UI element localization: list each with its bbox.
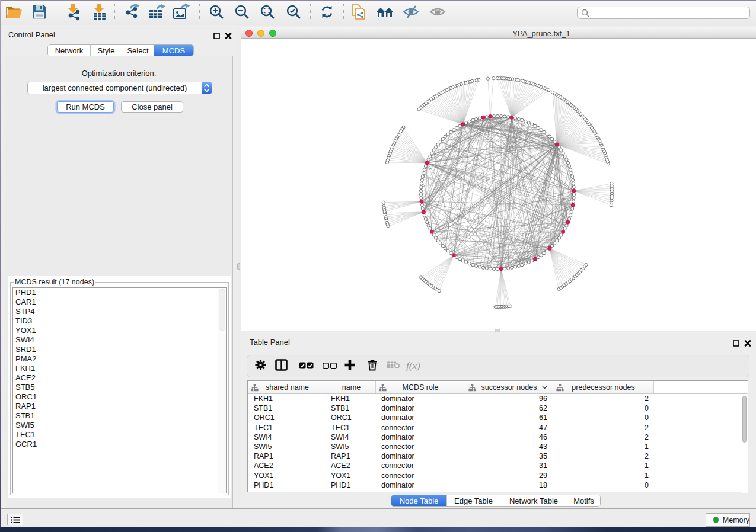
table-row[interactable]: ORC1ORC1dominator610 (248, 413, 748, 423)
mcds-result-item[interactable]: SWI4 (13, 335, 226, 345)
zoom-selected-icon[interactable] (286, 4, 301, 22)
export-network-icon[interactable] (124, 3, 141, 23)
mcds-result-item[interactable]: SWI5 (13, 421, 226, 430)
split-columns-icon[interactable] (275, 359, 288, 373)
mcds-scrollbar-thumb[interactable] (219, 289, 225, 331)
table-panel-tabs: Node TableEdge TableNetwork TableMotifs (391, 495, 601, 507)
zoom-fit-icon[interactable] (260, 4, 275, 22)
mcds-result-item[interactable]: TID3 (13, 316, 226, 326)
tab-select[interactable]: Select (122, 45, 154, 56)
table-row[interactable]: STB1STB1dominator620 (248, 403, 748, 414)
delete-table-icon[interactable] (387, 361, 400, 371)
cell-shared-name: ORC1 (248, 413, 327, 423)
cell-shared-name: SWI5 (248, 442, 327, 452)
delete-column-icon[interactable] (367, 359, 378, 373)
table-row[interactable]: SWI5SWI5connector431 (248, 442, 748, 452)
cell-successor-nodes: 29 (465, 471, 553, 481)
column-label: successor nodes (481, 383, 537, 392)
network-overview-icon[interactable] (376, 5, 394, 21)
horizontal-splitter-handle[interactable] (495, 329, 500, 332)
cell-MCDS-role: dominator (376, 403, 465, 414)
deselect-all-checkboxes-icon[interactable] (323, 361, 337, 371)
task-history-button[interactable] (7, 514, 23, 525)
window-minimize-traffic-icon[interactable] (257, 30, 264, 37)
mcds-result-item[interactable]: SRD1 (13, 345, 226, 354)
tab-edge-table[interactable]: Edge Table (447, 495, 500, 506)
gear-icon[interactable] (255, 360, 266, 373)
mcds-result-item[interactable]: STB1 (13, 411, 226, 421)
table-row[interactable]: SWI4SWI4dominator462 (248, 432, 748, 443)
table-scrollbar[interactable] (742, 394, 748, 493)
control-panel-close-icon[interactable] (225, 31, 232, 41)
mcds-result-item[interactable]: CAR1 (13, 297, 226, 307)
network-graph[interactable] (241, 39, 756, 331)
mcds-list-scrollbar[interactable] (218, 288, 226, 493)
run-mcds-button[interactable]: Run MCDS (57, 101, 114, 113)
network-window-titlebar[interactable]: YPA_prune.txt_1 (241, 27, 756, 39)
memory-button[interactable]: Memory (706, 513, 750, 527)
add-column-icon[interactable] (344, 359, 356, 373)
mcds-result-item[interactable]: STP4 (13, 307, 226, 316)
birds-eye-view-icon[interactable] (429, 5, 446, 21)
mcds-result-item[interactable]: PMA2 (13, 354, 226, 364)
window-close-traffic-icon[interactable] (245, 30, 253, 37)
share-document-icon[interactable] (351, 4, 367, 23)
import-network-icon[interactable] (65, 3, 82, 23)
cell-shared-name: TEC1 (248, 423, 327, 433)
table-panel-float-icon[interactable] (733, 338, 739, 349)
tab-mcds[interactable]: MCDS (154, 45, 193, 56)
window-zoom-traffic-icon[interactable] (269, 30, 276, 37)
table-row[interactable]: ACE2ACE2connector311 (248, 461, 748, 471)
table-scrollbar-thumb[interactable] (742, 396, 747, 443)
control-panel-float-icon[interactable] (213, 31, 220, 41)
sort-chevron-icon[interactable] (542, 386, 547, 389)
table-row[interactable]: YOX1YOX1connector291 (248, 471, 748, 481)
mcds-result-item[interactable]: TEC1 (13, 430, 226, 440)
function-builder-icon[interactable]: f(x) (406, 360, 420, 372)
mcds-result-item[interactable]: RAP1 (13, 402, 226, 411)
cell-predecessor-nodes: 2 (553, 394, 654, 404)
tab-node-table[interactable]: Node Table (391, 495, 447, 506)
mcds-result-item[interactable]: ACE2 (13, 373, 226, 383)
export-image-icon[interactable] (173, 3, 190, 23)
zoom-in-icon[interactable] (209, 4, 224, 22)
select-all-checkboxes-icon[interactable] (299, 361, 314, 371)
mcds-result-list[interactable]: PHD1CAR1STP4TID3YOX1SWI4SRD1PMA2FKH1ACE2… (12, 287, 227, 493)
cell-MCDS-role: dominator (376, 432, 465, 443)
control-panel: Control Panel NetworkStyleSelectMCDS Opt… (0, 25, 237, 508)
network-canvas[interactable] (241, 39, 756, 331)
refresh-icon[interactable] (320, 5, 334, 21)
column-header-name[interactable]: name (327, 381, 376, 393)
mcds-result-item[interactable]: PHD1 (13, 288, 226, 297)
search-input[interactable] (577, 7, 750, 19)
tab-style[interactable]: Style (91, 45, 122, 56)
table-row[interactable]: TEC1TEC1connector472 (248, 423, 748, 433)
criterion-dropdown[interactable]: largest connected component (undirected) (27, 82, 212, 94)
cell-successor-nodes: 61 (465, 413, 553, 423)
table-panel-close-icon[interactable] (744, 338, 751, 349)
column-header-predecessor-nodes[interactable]: predecessor nodes (553, 381, 654, 393)
import-table-icon[interactable] (91, 3, 107, 23)
mcds-result-item[interactable]: STB5 (13, 383, 226, 392)
mcds-result-item[interactable]: GCR1 (13, 440, 226, 449)
save-session-icon[interactable] (31, 4, 47, 22)
tab-network[interactable]: Network (48, 45, 91, 56)
column-header-successor-nodes[interactable]: successor nodes (465, 381, 553, 393)
open-file-icon[interactable] (5, 4, 24, 22)
mcds-result-item[interactable]: FKH1 (13, 364, 226, 373)
table-row[interactable]: RAP1RAP1dominator352 (248, 451, 748, 462)
table-row[interactable]: PHD1PHD1dominator180 (248, 480, 748, 491)
column-header-shared-name[interactable]: shared name (248, 381, 327, 393)
cell-name: SWI4 (327, 432, 376, 443)
hide-graphics-details-icon[interactable] (403, 5, 419, 21)
table-row[interactable]: FKH1FKH1dominator962 (248, 394, 748, 404)
export-table-icon[interactable] (148, 3, 166, 23)
vertical-splitter-handle[interactable] (237, 263, 240, 270)
tab-network-table[interactable]: Network Table (500, 495, 567, 506)
column-header-MCDS-role[interactable]: MCDS role (376, 381, 465, 393)
close-panel-button[interactable]: Close panel (121, 101, 183, 113)
zoom-out-icon[interactable] (234, 4, 250, 22)
tab-motifs[interactable]: Motifs (567, 495, 600, 506)
mcds-result-item[interactable]: ORC1 (13, 392, 226, 402)
mcds-result-item[interactable]: YOX1 (13, 326, 226, 335)
